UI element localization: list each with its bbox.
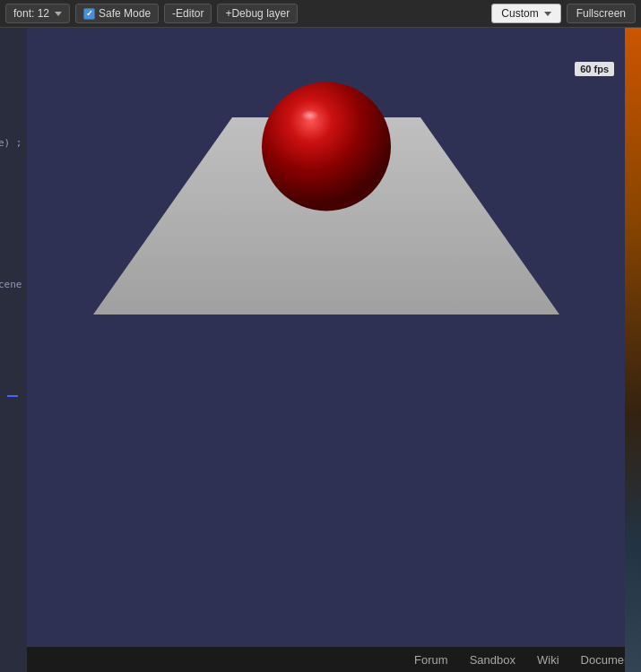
custom-dropdown-icon [544, 12, 551, 16]
red-sphere [256, 77, 395, 216]
svg-point-1 [262, 82, 391, 211]
documentation-link[interactable]: Documentation [581, 653, 625, 667]
sandbox-link[interactable]: Sandbox [470, 653, 515, 667]
code-line-2: cene [0, 279, 22, 290]
fullscreen-button[interactable]: Fullscreen [567, 4, 636, 23]
safe-mode-label: Safe Mode [99, 7, 151, 20]
fps-counter: 60 fps [575, 62, 614, 76]
code-panel: e) ; cene [0, 28, 27, 672]
3d-viewport[interactable]: 60 fps [27, 28, 625, 672]
wiki-link[interactable]: Wiki [537, 653, 559, 667]
code-cursor-line [7, 395, 18, 397]
sphere-svg [256, 77, 395, 216]
font-dropdown-icon [55, 12, 62, 16]
right-decorative-panel [625, 28, 641, 672]
custom-button[interactable]: Custom [491, 4, 560, 23]
editor-label: -Editor [172, 7, 204, 20]
debug-layer-button[interactable]: +Debug layer [217, 4, 298, 23]
bottom-bar: Forum Sandbox Wiki Documentation [27, 647, 625, 672]
custom-label: Custom [501, 7, 538, 20]
svg-point-2 [295, 109, 331, 131]
forum-link[interactable]: Forum [414, 653, 448, 667]
code-line-1: e) ; [0, 137, 22, 149]
font-size-button[interactable]: font: 12 [5, 4, 70, 23]
fullscreen-label: Fullscreen [576, 7, 626, 20]
safe-mode-button[interactable]: Safe Mode [75, 4, 159, 23]
main-area: e) ; cene 60 fps [0, 28, 641, 672]
font-size-label: font: 12 [13, 7, 49, 20]
debug-layer-label: +Debug layer [225, 7, 290, 20]
editor-button[interactable]: -Editor [164, 4, 212, 23]
safe-mode-checkbox [83, 8, 95, 20]
toolbar: font: 12 Safe Mode -Editor +Debug layer … [0, 0, 641, 28]
3d-scene [75, 64, 577, 332]
